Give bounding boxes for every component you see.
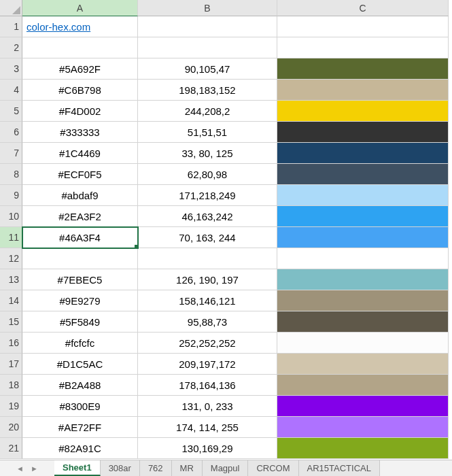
sheet-tab-ar15tactical[interactable]: AR15TACTICAL: [299, 460, 380, 476]
column-header-row: A B C: [0, 0, 452, 16]
cell[interactable]: [138, 248, 277, 269]
cell-color-swatch[interactable]: [277, 375, 449, 396]
tab-nav-arrows[interactable]: ◄ ►: [0, 460, 54, 476]
cell[interactable]: [277, 248, 449, 269]
cell-color-swatch[interactable]: [277, 185, 449, 206]
row-header[interactable]: 20: [0, 417, 22, 438]
cell-hex[interactable]: #9E9279: [22, 290, 138, 311]
cell-color-swatch[interactable]: [277, 269, 449, 290]
row-header[interactable]: 19: [0, 396, 22, 417]
row-header[interactable]: 21: [0, 438, 22, 459]
cell-hex[interactable]: #C6B798: [22, 80, 138, 101]
cell-rgb[interactable]: 198,183,152: [138, 80, 277, 101]
cell-color-swatch[interactable]: [277, 122, 449, 143]
tab-prev-icon[interactable]: ◄: [16, 464, 24, 473]
cell-hex[interactable]: #B2A488: [22, 375, 138, 396]
cell-color-swatch[interactable]: [277, 206, 449, 227]
cell[interactable]: [22, 248, 138, 269]
cell-rgb[interactable]: 158,146,121: [138, 290, 277, 311]
cell-color-swatch[interactable]: [277, 58, 449, 80]
cell-color-swatch[interactable]: [277, 333, 449, 354]
cell-hex[interactable]: #8300E9: [22, 396, 138, 417]
column-header-B[interactable]: B: [138, 0, 277, 16]
cell-color-swatch[interactable]: [277, 354, 449, 375]
row-header[interactable]: 17: [0, 354, 22, 375]
cell-rgb[interactable]: 209,197,172: [138, 354, 277, 375]
sheet-tab-crcom[interactable]: CRCOM: [248, 460, 298, 476]
row-header[interactable]: 13: [0, 269, 22, 290]
cell-A1-link[interactable]: color-hex.com: [22, 16, 138, 37]
row-header[interactable]: 18: [0, 375, 22, 396]
cell[interactable]: [138, 16, 277, 37]
cell-hex[interactable]: #abdaf9: [22, 185, 138, 206]
cell-rgb[interactable]: 252,252,252: [138, 333, 277, 354]
cell-hex[interactable]: #AE72FF: [22, 417, 138, 438]
cell-color-swatch[interactable]: [277, 164, 449, 185]
cell-hex[interactable]: #2EA3F2: [22, 206, 138, 227]
cell-color-swatch[interactable]: [277, 396, 449, 417]
cell-color-swatch[interactable]: [277, 101, 449, 122]
row-header[interactable]: 2: [0, 37, 22, 58]
cell-hex[interactable]: #1C4469: [22, 143, 138, 164]
cell-color-swatch[interactable]: [277, 290, 449, 311]
row-header[interactable]: 6: [0, 122, 22, 143]
cell[interactable]: [277, 37, 449, 58]
cell-rgb[interactable]: 62,80,98: [138, 164, 277, 185]
cell-rgb[interactable]: 126, 190, 197: [138, 269, 277, 290]
sheet-tab-sheet1[interactable]: Sheet1: [54, 460, 101, 476]
cell[interactable]: [138, 37, 277, 58]
cell-hex-selected[interactable]: #46A3F4: [22, 227, 138, 248]
column-header-C[interactable]: C: [277, 0, 449, 16]
row-header[interactable]: 1: [0, 16, 22, 37]
cell[interactable]: [22, 37, 138, 58]
row-header[interactable]: 16: [0, 333, 22, 354]
cell-color-swatch[interactable]: [277, 227, 449, 248]
cell-hex[interactable]: #5F5849: [22, 311, 138, 333]
cell-hex[interactable]: #7EBEC5: [22, 269, 138, 290]
cell-color-swatch[interactable]: [277, 438, 449, 459]
row-header[interactable]: 4: [0, 80, 22, 101]
cell-hex[interactable]: #ECF0F5: [22, 164, 138, 185]
sheet-tab-762[interactable]: 762: [140, 460, 172, 476]
sheet-tab-308ar[interactable]: 308ar: [101, 460, 140, 476]
row-header[interactable]: 11: [0, 227, 22, 248]
column-header-A[interactable]: A: [22, 0, 138, 16]
cell-rgb[interactable]: 171,218,249: [138, 185, 277, 206]
cell-hex[interactable]: #D1C5AC: [22, 354, 138, 375]
row-header[interactable]: 5: [0, 101, 22, 122]
row-header[interactable]: 10: [0, 206, 22, 227]
sheet-tab-mr[interactable]: MR: [172, 460, 203, 476]
cell-rgb[interactable]: 33, 80, 125: [138, 143, 277, 164]
row-header[interactable]: 12: [0, 248, 22, 269]
cell-hex[interactable]: #fcfcfc: [22, 333, 138, 354]
cell-rgb[interactable]: 178,164,136: [138, 375, 277, 396]
row-header[interactable]: 9: [0, 185, 22, 206]
cell-hex[interactable]: #F4D002: [22, 101, 138, 122]
cell-color-swatch[interactable]: [277, 417, 449, 438]
row-header[interactable]: 14: [0, 290, 22, 311]
row-header[interactable]: 3: [0, 58, 22, 80]
spreadsheet-grid[interactable]: A B C 1 color-hex.com 2 3 #5A692F 90,105…: [0, 0, 452, 459]
row-header[interactable]: 15: [0, 311, 22, 333]
cell-hex[interactable]: #333333: [22, 122, 138, 143]
cell-color-swatch[interactable]: [277, 311, 449, 333]
cell-rgb[interactable]: 244,208,2: [138, 101, 277, 122]
tab-next-icon[interactable]: ►: [31, 464, 38, 473]
cell-hex[interactable]: #82A91C: [22, 438, 138, 459]
row-header[interactable]: 8: [0, 164, 22, 185]
cell-rgb[interactable]: 51,51,51: [138, 122, 277, 143]
cell-hex[interactable]: #5A692F: [22, 58, 138, 80]
cell-rgb[interactable]: 174, 114, 255: [138, 417, 277, 438]
cell-color-swatch[interactable]: [277, 80, 449, 101]
cell-color-swatch[interactable]: [277, 143, 449, 164]
select-all-corner[interactable]: [0, 0, 22, 16]
cell-rgb[interactable]: 90,105,47: [138, 58, 277, 80]
cell-rgb[interactable]: 95,88,73: [138, 311, 277, 333]
cell[interactable]: [277, 16, 449, 37]
sheet-tab-magpul[interactable]: Magpul: [203, 460, 249, 476]
cell-rgb[interactable]: 70, 163, 244: [138, 227, 277, 248]
cell-rgb[interactable]: 131, 0, 233: [138, 396, 277, 417]
cell-rgb[interactable]: 46,163,242: [138, 206, 277, 227]
row-header[interactable]: 7: [0, 143, 22, 164]
cell-rgb[interactable]: 130,169,29: [138, 438, 277, 459]
